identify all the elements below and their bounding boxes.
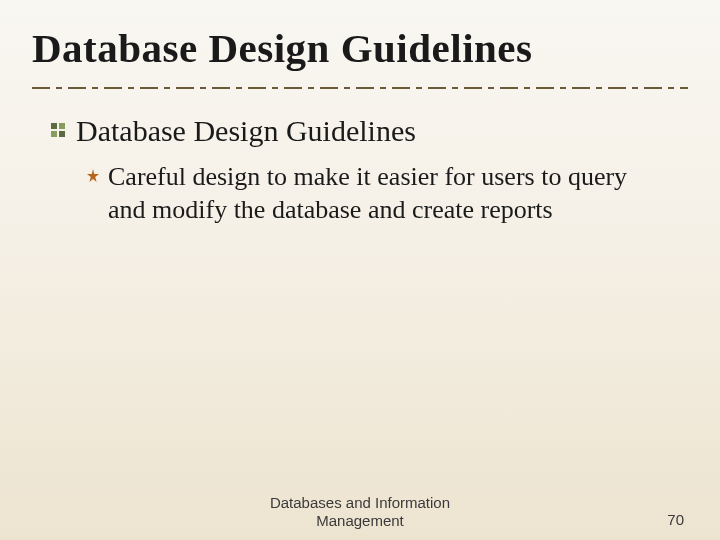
content-area: Database Design Guidelines Careful desig… (32, 113, 688, 226)
bullet-l2-text: Careful design to make it easier for use… (108, 161, 668, 226)
footer: Databases and Information Management 70 (0, 494, 720, 530)
svg-rect-2 (51, 131, 57, 137)
svg-rect-3 (59, 131, 65, 137)
svg-rect-1 (59, 123, 65, 129)
bullet-l1-text: Database Design Guidelines (76, 113, 416, 149)
title-divider (32, 85, 688, 91)
bullet-level-2: Careful design to make it easier for use… (86, 161, 688, 226)
footer-center-text: Databases and Information Management (230, 494, 490, 530)
slide-title: Database Design Guidelines (32, 26, 688, 71)
quad-square-icon (50, 122, 66, 142)
svg-marker-4 (87, 169, 99, 182)
star-icon (86, 169, 100, 187)
page-number: 70 (667, 511, 684, 528)
slide: Database Design Guidelines Database Desi… (0, 0, 720, 540)
svg-rect-0 (51, 123, 57, 129)
bullet-level-1: Database Design Guidelines (50, 113, 688, 149)
